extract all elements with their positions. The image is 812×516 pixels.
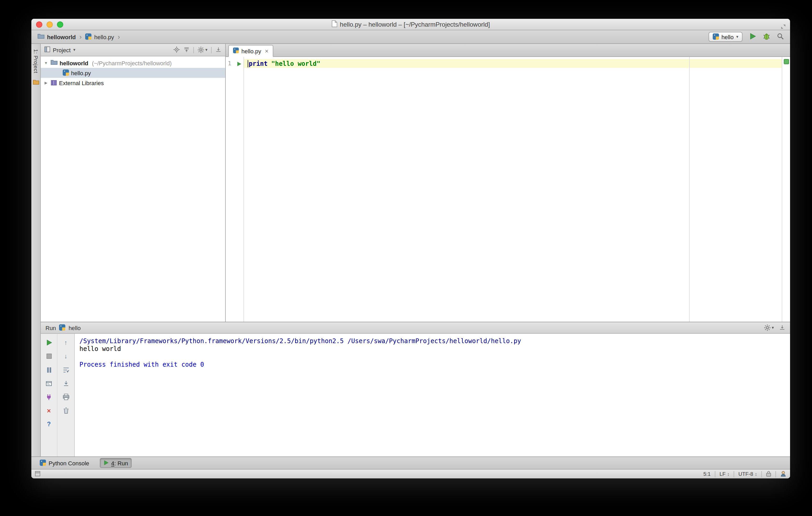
zoom-window-button[interactable] bbox=[57, 21, 63, 27]
run-panel-title: Run bbox=[46, 325, 56, 331]
stop-button[interactable] bbox=[45, 352, 53, 360]
search-everywhere-button[interactable] bbox=[777, 33, 784, 41]
rerun-button[interactable] bbox=[45, 338, 53, 347]
toolwindow-buttons-bar: Python Console 4: Run bbox=[31, 456, 790, 469]
close-tab-icon[interactable]: × bbox=[265, 48, 268, 54]
expand-arrow-icon[interactable]: ▼ bbox=[44, 61, 49, 65]
code-area[interactable]: print "hello world" bbox=[244, 57, 782, 322]
titlebar: hello.py – helloworld – [~/PycharmProjec… bbox=[31, 19, 790, 30]
run-toolbar: hello ▾ bbox=[708, 32, 784, 42]
soft-wrap-button[interactable] bbox=[62, 366, 70, 374]
run-toolbar-col-2: ↑ ↓ bbox=[57, 334, 74, 456]
panel-settings-button[interactable]: ▾ bbox=[198, 47, 207, 53]
python-console-button[interactable]: Python Console bbox=[36, 458, 92, 468]
python-console-label: Python Console bbox=[49, 460, 89, 466]
status-bar: 5:1 LF↕ UTF-8↕ bbox=[31, 469, 790, 478]
code-string: "hello world" bbox=[271, 60, 320, 67]
collapse-arrow-icon[interactable]: ▶ bbox=[44, 81, 49, 85]
project-stripe-button[interactable]: 1: Project bbox=[33, 49, 39, 73]
toolwindow-quick-access-icon[interactable] bbox=[35, 471, 40, 477]
tree-row-hello-py[interactable]: hello.py bbox=[41, 68, 225, 78]
pause-output-button[interactable] bbox=[45, 366, 53, 374]
project-panel-actions: ▾ bbox=[173, 46, 222, 54]
show-console-button[interactable] bbox=[45, 379, 53, 388]
tree-row-external-libraries[interactable]: ▶ External Libraries bbox=[41, 78, 225, 88]
project-view-select[interactable]: Project bbox=[53, 47, 71, 53]
editor-tab-hello-py[interactable]: hello.py × bbox=[228, 45, 273, 57]
fullscreen-icon[interactable] bbox=[781, 22, 786, 31]
debug-button[interactable] bbox=[763, 33, 770, 41]
close-window-button[interactable] bbox=[36, 21, 42, 27]
python-file-icon bbox=[63, 69, 69, 77]
chevron-right-icon: › bbox=[80, 33, 82, 40]
run-button[interactable] bbox=[749, 33, 756, 41]
minimize-window-button[interactable] bbox=[47, 21, 53, 27]
line-separator-value: LF bbox=[720, 471, 726, 477]
breadcrumb-file[interactable]: hello.py bbox=[85, 33, 114, 40]
console-output[interactable]: /System/Library/Frameworks/Python.framew… bbox=[75, 334, 790, 456]
caret-position-widget[interactable]: 5:1 bbox=[703, 471, 710, 477]
console-line-stdout: hello world bbox=[80, 345, 785, 353]
scroll-to-end-button[interactable] bbox=[62, 379, 70, 388]
run-console-toolbar: × ? ↑ ↓ bbox=[41, 334, 75, 456]
divider bbox=[734, 471, 734, 477]
run-mnemonic: 4 bbox=[111, 460, 114, 466]
breadcrumb-file-label: hello.py bbox=[94, 34, 114, 40]
editor-column: hello.py × 1 bbox=[226, 44, 790, 322]
run-settings-button[interactable]: ▾ bbox=[764, 324, 774, 331]
breadcrumb-project[interactable]: helloworld bbox=[38, 33, 76, 40]
run-line-marker[interactable] bbox=[237, 59, 241, 68]
run-config-name: hello bbox=[68, 325, 81, 331]
encoding-value: UTF-8 bbox=[738, 471, 753, 477]
text-caret bbox=[248, 60, 248, 67]
panel-icon bbox=[45, 47, 50, 53]
print-button[interactable] bbox=[62, 393, 70, 401]
run-toolwindow-button[interactable]: 4: Run bbox=[99, 458, 132, 468]
run-label-suffix: : Run bbox=[114, 460, 128, 466]
python-icon bbox=[59, 324, 65, 331]
inspection-profile-icon[interactable] bbox=[780, 470, 786, 478]
breadcrumb-project-label: helloworld bbox=[47, 34, 76, 40]
console-line-command: /System/Library/Frameworks/Python.framew… bbox=[80, 337, 785, 345]
lock-icon[interactable] bbox=[766, 470, 771, 478]
run-toolwindow-label: 4: Run bbox=[111, 460, 128, 466]
locate-file-button[interactable] bbox=[173, 46, 180, 54]
hide-panel-button[interactable] bbox=[215, 46, 222, 54]
clear-all-button[interactable] bbox=[62, 406, 70, 415]
run-panel-header: Run hello ▾ bbox=[41, 322, 790, 334]
editor-gutter: 1 bbox=[226, 57, 244, 322]
encoding-widget[interactable]: UTF-8↕ bbox=[738, 471, 757, 477]
folder-icon bbox=[51, 60, 57, 66]
updown-arrow-icon: ↕ bbox=[755, 472, 757, 477]
folder-icon bbox=[38, 33, 45, 40]
document-icon bbox=[331, 20, 337, 28]
tree-file-label: hello.py bbox=[71, 70, 91, 76]
window-title-text: hello.py – helloworld – [~/PycharmProjec… bbox=[340, 21, 490, 28]
collapse-all-button[interactable] bbox=[183, 46, 190, 54]
updown-arrow-icon: ↕ bbox=[727, 472, 729, 477]
line-number: 1 bbox=[228, 60, 231, 67]
hide-run-panel-button[interactable] bbox=[779, 324, 785, 331]
error-stripe bbox=[782, 57, 790, 322]
help-button[interactable]: ? bbox=[45, 420, 53, 428]
right-margin-line bbox=[689, 57, 690, 322]
project-stripe-icon bbox=[33, 78, 39, 87]
console-line-blank bbox=[80, 353, 785, 361]
stop-icon bbox=[46, 354, 52, 359]
navigation-bar: helloworld › hello.py › hello ▾ bbox=[31, 30, 790, 44]
project-toolwindow: Project ▾ ▾ bbox=[41, 44, 226, 322]
run-configuration-label: hello bbox=[721, 34, 734, 40]
run-icon bbox=[103, 460, 109, 466]
prev-occurrence-button[interactable]: ↑ bbox=[62, 338, 70, 347]
close-console-button[interactable]: × bbox=[45, 406, 53, 415]
line-separator-widget[interactable]: LF↕ bbox=[720, 471, 729, 477]
run-configuration-select[interactable]: hello ▾ bbox=[708, 32, 743, 42]
show-command-line-button[interactable] bbox=[45, 393, 53, 401]
chevron-down-icon: ▾ bbox=[736, 34, 738, 39]
pycharm-window: hello.py – helloworld – [~/PycharmProjec… bbox=[31, 19, 790, 478]
next-occurrence-button[interactable]: ↓ bbox=[62, 352, 70, 360]
inspection-status-indicator[interactable] bbox=[784, 59, 789, 64]
python-file-icon bbox=[233, 48, 239, 54]
divider bbox=[193, 47, 194, 53]
tree-row-project-root[interactable]: ▼ helloworld (~/PycharmProjects/hellowor… bbox=[41, 58, 225, 68]
